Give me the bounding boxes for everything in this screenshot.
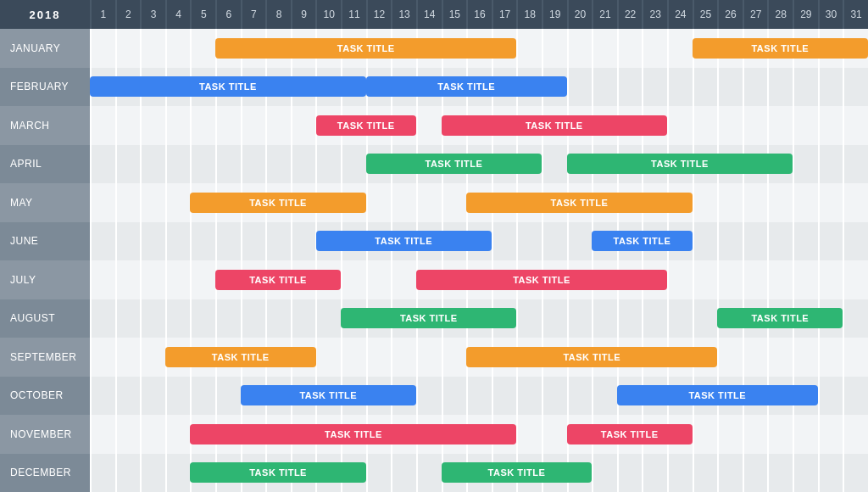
task-bar[interactable]: TASK TITLE xyxy=(190,193,365,213)
grid-cell xyxy=(743,183,768,222)
grid-cell xyxy=(667,299,693,338)
task-bar[interactable]: TASK TITLE xyxy=(90,76,366,97)
task-bar[interactable]: TASK TITLE xyxy=(190,424,516,444)
task-bar[interactable]: TASK TITLE xyxy=(366,76,567,97)
grid-cell xyxy=(793,222,818,261)
task-bar[interactable]: TASK TITLE xyxy=(466,193,693,213)
month-row: AUGUSTTASK TITLETASK TITLE xyxy=(0,299,868,338)
grid-cell xyxy=(567,377,593,416)
month-label: MAY xyxy=(0,183,90,222)
task-bar[interactable]: TASK TITLE xyxy=(416,270,667,290)
grid-cell xyxy=(567,68,593,107)
grid-cell xyxy=(793,260,818,299)
task-bar[interactable]: TASK TITLE xyxy=(466,347,717,367)
grid-area: TASK TITLETASK TITLE xyxy=(90,377,868,416)
grid-cell xyxy=(140,145,165,184)
grid-cell xyxy=(693,106,718,145)
grid-cell xyxy=(793,68,818,107)
grid-cell xyxy=(743,260,768,299)
grid-cell xyxy=(743,222,768,261)
grid-cell xyxy=(165,183,191,222)
task-bar[interactable]: TASK TITLE xyxy=(617,385,818,405)
grid-cell xyxy=(717,454,743,493)
grid-area: TASK TITLETASK TITLE xyxy=(90,338,868,377)
grid-cell xyxy=(592,29,617,68)
grid-cell xyxy=(165,29,191,68)
grid-cell xyxy=(190,377,215,416)
grid-cell xyxy=(366,260,392,299)
grid-cell xyxy=(265,222,291,261)
grid-cell xyxy=(516,415,542,454)
grid-cell xyxy=(717,415,743,454)
task-bar[interactable]: TASK TITLE xyxy=(215,270,341,290)
grid-cell xyxy=(717,68,743,107)
task-bar[interactable]: TASK TITLE xyxy=(366,154,542,174)
task-bar[interactable]: TASK TITLE xyxy=(442,462,593,483)
grid-cell xyxy=(366,338,392,377)
task-bar[interactable]: TASK TITLE xyxy=(567,424,693,444)
grid-cell xyxy=(767,415,793,454)
grid-cell xyxy=(140,415,165,454)
grid-cell xyxy=(567,29,593,68)
task-bar[interactable]: TASK TITLE xyxy=(215,38,516,59)
task-bar[interactable]: TASK TITLE xyxy=(316,231,492,251)
month-label: FEBRUARY xyxy=(0,68,90,107)
grid-cell xyxy=(693,68,718,107)
grid-cell xyxy=(90,106,115,145)
grid-cell xyxy=(667,454,693,493)
grid-cell xyxy=(90,145,115,184)
grid-cell xyxy=(617,29,643,68)
task-bar[interactable]: TASK TITLE xyxy=(693,38,868,59)
month-row: NOVEMBERTASK TITLETASK TITLE xyxy=(0,415,868,454)
month-row: JULYTASK TITLETASK TITLE xyxy=(0,260,868,299)
grid-area: TASK TITLETASK TITLE xyxy=(90,260,868,299)
grid-cell xyxy=(291,299,316,338)
month-row: MAYTASK TITLETASK TITLE xyxy=(0,183,868,222)
grid-cell xyxy=(693,415,718,454)
grid-cell xyxy=(115,183,141,222)
task-bar[interactable]: TASK TITLE xyxy=(165,347,316,367)
grid-cell xyxy=(90,454,115,493)
grid-area: TASK TITLETASK TITLE xyxy=(90,222,868,261)
grid-cell xyxy=(115,338,141,377)
grid-cell xyxy=(140,29,165,68)
grid-cell xyxy=(693,299,718,338)
grid-area: TASK TITLETASK TITLE xyxy=(90,415,868,454)
grid-cell xyxy=(140,377,165,416)
grid-cell xyxy=(843,68,868,107)
grid-cell xyxy=(516,29,542,68)
month-label: DECEMBER xyxy=(0,454,90,493)
task-bar[interactable]: TASK TITLE xyxy=(190,462,365,483)
grid-cell xyxy=(717,222,743,261)
task-bar[interactable]: TASK TITLE xyxy=(717,308,843,328)
grid-cell xyxy=(115,415,141,454)
grid-cell xyxy=(567,222,593,261)
day-header-cell: 7 xyxy=(241,0,266,29)
grid-cell xyxy=(693,222,718,261)
month-label: JANUARY xyxy=(0,29,90,68)
task-bar[interactable]: TASK TITLE xyxy=(592,231,692,251)
grid-cell xyxy=(717,183,743,222)
grid-cell xyxy=(190,260,215,299)
task-bar[interactable]: TASK TITLE xyxy=(341,308,516,328)
grid-cell xyxy=(466,377,492,416)
month-row: MARCHTASK TITLETASK TITLE xyxy=(0,106,868,145)
task-bar[interactable]: TASK TITLE xyxy=(316,115,416,136)
grid-cell xyxy=(542,415,567,454)
grid-cell xyxy=(115,222,141,261)
grid-cell xyxy=(592,68,617,107)
grid-cell xyxy=(667,68,693,107)
grid-cell xyxy=(667,260,693,299)
gantt-chart: 2018 12345678910111213141516171819202122… xyxy=(0,0,868,492)
task-bar[interactable]: TASK TITLE xyxy=(442,115,668,136)
grid-cell xyxy=(190,106,215,145)
task-bar[interactable]: TASK TITLE xyxy=(241,385,416,405)
task-bar[interactable]: TASK TITLE xyxy=(567,154,793,174)
gantt-header: 2018 12345678910111213141516171819202122… xyxy=(0,0,868,29)
day-header-cell: 19 xyxy=(542,0,567,29)
grid-cell xyxy=(642,299,667,338)
grid-cell xyxy=(667,106,693,145)
grid-cell xyxy=(90,260,115,299)
grid-cell xyxy=(416,338,442,377)
day-header-cell: 9 xyxy=(291,0,316,29)
